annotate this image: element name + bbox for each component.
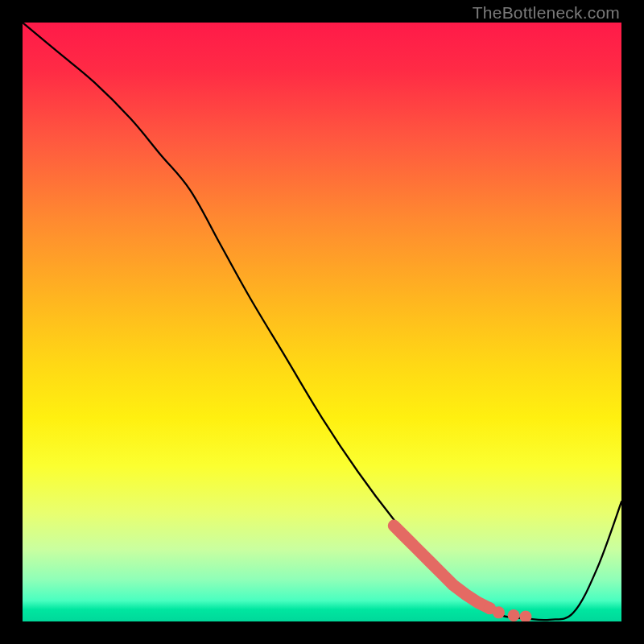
watermark-label: TheBottleneck.com	[473, 3, 620, 23]
chart-frame: TheBottleneck.com	[0, 0, 644, 644]
highlight-dot	[493, 606, 505, 618]
curve-line	[23, 23, 621, 620]
highlight-points	[394, 526, 531, 621]
highlight-dot	[508, 609, 520, 621]
plot-area	[23, 23, 621, 621]
highlight-segment	[394, 526, 489, 609]
chart-svg	[23, 23, 621, 621]
highlight-dot	[519, 611, 531, 621]
